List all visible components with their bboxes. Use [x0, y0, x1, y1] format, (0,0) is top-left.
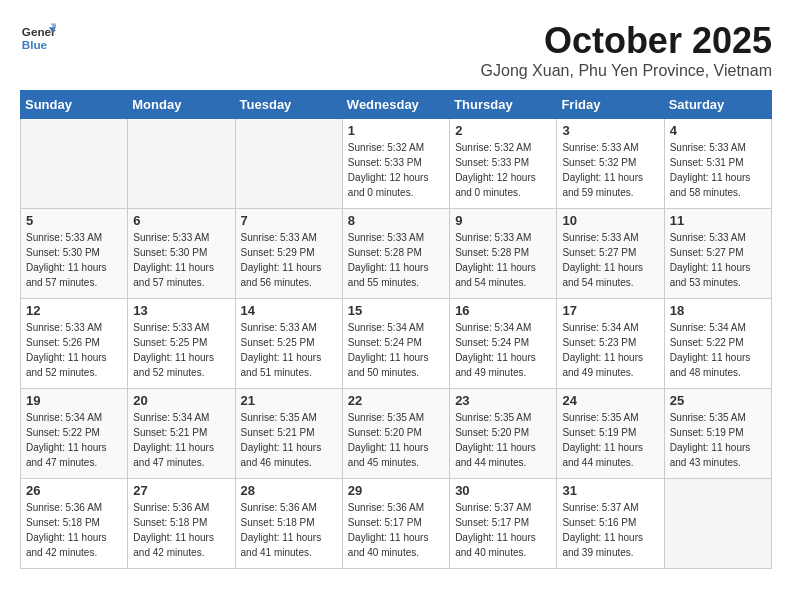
- calendar-cell: 13Sunrise: 5:33 AMSunset: 5:25 PMDayligh…: [128, 299, 235, 389]
- day-number: 24: [562, 393, 658, 408]
- day-number: 3: [562, 123, 658, 138]
- calendar-cell: 30Sunrise: 5:37 AMSunset: 5:17 PMDayligh…: [450, 479, 557, 569]
- day-info: Sunrise: 5:33 AMSunset: 5:30 PMDaylight:…: [133, 230, 229, 290]
- logo-icon: General Blue: [20, 20, 56, 56]
- calendar-cell: 26Sunrise: 5:36 AMSunset: 5:18 PMDayligh…: [21, 479, 128, 569]
- calendar-cell: 18Sunrise: 5:34 AMSunset: 5:22 PMDayligh…: [664, 299, 771, 389]
- weekday-header-row: SundayMondayTuesdayWednesdayThursdayFrid…: [21, 91, 772, 119]
- day-info: Sunrise: 5:34 AMSunset: 5:23 PMDaylight:…: [562, 320, 658, 380]
- calendar-week-4: 19Sunrise: 5:34 AMSunset: 5:22 PMDayligh…: [21, 389, 772, 479]
- day-info: Sunrise: 5:35 AMSunset: 5:21 PMDaylight:…: [241, 410, 337, 470]
- calendar-cell: 14Sunrise: 5:33 AMSunset: 5:25 PMDayligh…: [235, 299, 342, 389]
- day-info: Sunrise: 5:33 AMSunset: 5:27 PMDaylight:…: [562, 230, 658, 290]
- day-number: 20: [133, 393, 229, 408]
- day-number: 16: [455, 303, 551, 318]
- weekday-header-wednesday: Wednesday: [342, 91, 449, 119]
- calendar-cell: 4Sunrise: 5:33 AMSunset: 5:31 PMDaylight…: [664, 119, 771, 209]
- day-number: 26: [26, 483, 122, 498]
- calendar-cell: 31Sunrise: 5:37 AMSunset: 5:16 PMDayligh…: [557, 479, 664, 569]
- day-info: Sunrise: 5:33 AMSunset: 5:27 PMDaylight:…: [670, 230, 766, 290]
- day-info: Sunrise: 5:37 AMSunset: 5:17 PMDaylight:…: [455, 500, 551, 560]
- day-number: 13: [133, 303, 229, 318]
- calendar-week-1: 1Sunrise: 5:32 AMSunset: 5:33 PMDaylight…: [21, 119, 772, 209]
- weekday-header-thursday: Thursday: [450, 91, 557, 119]
- day-number: 8: [348, 213, 444, 228]
- calendar-cell: 22Sunrise: 5:35 AMSunset: 5:20 PMDayligh…: [342, 389, 449, 479]
- month-title: October 2025: [481, 20, 772, 62]
- calendar-cell: 28Sunrise: 5:36 AMSunset: 5:18 PMDayligh…: [235, 479, 342, 569]
- calendar-week-5: 26Sunrise: 5:36 AMSunset: 5:18 PMDayligh…: [21, 479, 772, 569]
- day-info: Sunrise: 5:34 AMSunset: 5:24 PMDaylight:…: [455, 320, 551, 380]
- day-info: Sunrise: 5:33 AMSunset: 5:32 PMDaylight:…: [562, 140, 658, 200]
- day-number: 6: [133, 213, 229, 228]
- day-number: 28: [241, 483, 337, 498]
- calendar-cell: 2Sunrise: 5:32 AMSunset: 5:33 PMDaylight…: [450, 119, 557, 209]
- calendar-cell: 19Sunrise: 5:34 AMSunset: 5:22 PMDayligh…: [21, 389, 128, 479]
- day-info: Sunrise: 5:34 AMSunset: 5:22 PMDaylight:…: [670, 320, 766, 380]
- day-number: 12: [26, 303, 122, 318]
- day-info: Sunrise: 5:33 AMSunset: 5:30 PMDaylight:…: [26, 230, 122, 290]
- day-info: Sunrise: 5:32 AMSunset: 5:33 PMDaylight:…: [455, 140, 551, 200]
- calendar-cell: 24Sunrise: 5:35 AMSunset: 5:19 PMDayligh…: [557, 389, 664, 479]
- day-info: Sunrise: 5:33 AMSunset: 5:25 PMDaylight:…: [133, 320, 229, 380]
- calendar-cell: 20Sunrise: 5:34 AMSunset: 5:21 PMDayligh…: [128, 389, 235, 479]
- day-number: 15: [348, 303, 444, 318]
- calendar-cell: 8Sunrise: 5:33 AMSunset: 5:28 PMDaylight…: [342, 209, 449, 299]
- day-number: 1: [348, 123, 444, 138]
- calendar-cell: [128, 119, 235, 209]
- calendar-cell: 27Sunrise: 5:36 AMSunset: 5:18 PMDayligh…: [128, 479, 235, 569]
- day-number: 5: [26, 213, 122, 228]
- day-info: Sunrise: 5:34 AMSunset: 5:21 PMDaylight:…: [133, 410, 229, 470]
- day-number: 25: [670, 393, 766, 408]
- calendar-cell: [21, 119, 128, 209]
- day-info: Sunrise: 5:35 AMSunset: 5:20 PMDaylight:…: [348, 410, 444, 470]
- calendar-week-3: 12Sunrise: 5:33 AMSunset: 5:26 PMDayligh…: [21, 299, 772, 389]
- calendar-cell: 6Sunrise: 5:33 AMSunset: 5:30 PMDaylight…: [128, 209, 235, 299]
- calendar-cell: 15Sunrise: 5:34 AMSunset: 5:24 PMDayligh…: [342, 299, 449, 389]
- day-number: 18: [670, 303, 766, 318]
- day-number: 21: [241, 393, 337, 408]
- day-info: Sunrise: 5:35 AMSunset: 5:20 PMDaylight:…: [455, 410, 551, 470]
- calendar-cell: 16Sunrise: 5:34 AMSunset: 5:24 PMDayligh…: [450, 299, 557, 389]
- day-info: Sunrise: 5:35 AMSunset: 5:19 PMDaylight:…: [670, 410, 766, 470]
- day-number: 17: [562, 303, 658, 318]
- day-info: Sunrise: 5:34 AMSunset: 5:24 PMDaylight:…: [348, 320, 444, 380]
- calendar-cell: 1Sunrise: 5:32 AMSunset: 5:33 PMDaylight…: [342, 119, 449, 209]
- calendar-cell: 9Sunrise: 5:33 AMSunset: 5:28 PMDaylight…: [450, 209, 557, 299]
- day-info: Sunrise: 5:36 AMSunset: 5:17 PMDaylight:…: [348, 500, 444, 560]
- day-number: 4: [670, 123, 766, 138]
- day-number: 22: [348, 393, 444, 408]
- day-info: Sunrise: 5:36 AMSunset: 5:18 PMDaylight:…: [133, 500, 229, 560]
- day-info: Sunrise: 5:32 AMSunset: 5:33 PMDaylight:…: [348, 140, 444, 200]
- calendar-cell: 3Sunrise: 5:33 AMSunset: 5:32 PMDaylight…: [557, 119, 664, 209]
- day-number: 7: [241, 213, 337, 228]
- day-info: Sunrise: 5:35 AMSunset: 5:19 PMDaylight:…: [562, 410, 658, 470]
- calendar-cell: 5Sunrise: 5:33 AMSunset: 5:30 PMDaylight…: [21, 209, 128, 299]
- day-number: 29: [348, 483, 444, 498]
- svg-text:Blue: Blue: [22, 38, 48, 51]
- calendar-cell: 17Sunrise: 5:34 AMSunset: 5:23 PMDayligh…: [557, 299, 664, 389]
- calendar-cell: 12Sunrise: 5:33 AMSunset: 5:26 PMDayligh…: [21, 299, 128, 389]
- day-number: 27: [133, 483, 229, 498]
- calendar-cell: [664, 479, 771, 569]
- day-info: Sunrise: 5:33 AMSunset: 5:26 PMDaylight:…: [26, 320, 122, 380]
- calendar-cell: 10Sunrise: 5:33 AMSunset: 5:27 PMDayligh…: [557, 209, 664, 299]
- location-subtitle: GJong Xuan, Phu Yen Province, Vietnam: [481, 62, 772, 80]
- title-block: October 2025 GJong Xuan, Phu Yen Provinc…: [481, 20, 772, 80]
- day-info: Sunrise: 5:34 AMSunset: 5:22 PMDaylight:…: [26, 410, 122, 470]
- weekday-header-monday: Monday: [128, 91, 235, 119]
- calendar-cell: 23Sunrise: 5:35 AMSunset: 5:20 PMDayligh…: [450, 389, 557, 479]
- calendar-week-2: 5Sunrise: 5:33 AMSunset: 5:30 PMDaylight…: [21, 209, 772, 299]
- day-number: 10: [562, 213, 658, 228]
- day-number: 30: [455, 483, 551, 498]
- calendar-cell: 25Sunrise: 5:35 AMSunset: 5:19 PMDayligh…: [664, 389, 771, 479]
- page-header: General Blue October 2025 GJong Xuan, Ph…: [20, 20, 772, 80]
- day-info: Sunrise: 5:33 AMSunset: 5:28 PMDaylight:…: [348, 230, 444, 290]
- day-info: Sunrise: 5:37 AMSunset: 5:16 PMDaylight:…: [562, 500, 658, 560]
- day-number: 9: [455, 213, 551, 228]
- day-info: Sunrise: 5:36 AMSunset: 5:18 PMDaylight:…: [241, 500, 337, 560]
- day-number: 23: [455, 393, 551, 408]
- day-number: 19: [26, 393, 122, 408]
- weekday-header-friday: Friday: [557, 91, 664, 119]
- calendar-cell: 11Sunrise: 5:33 AMSunset: 5:27 PMDayligh…: [664, 209, 771, 299]
